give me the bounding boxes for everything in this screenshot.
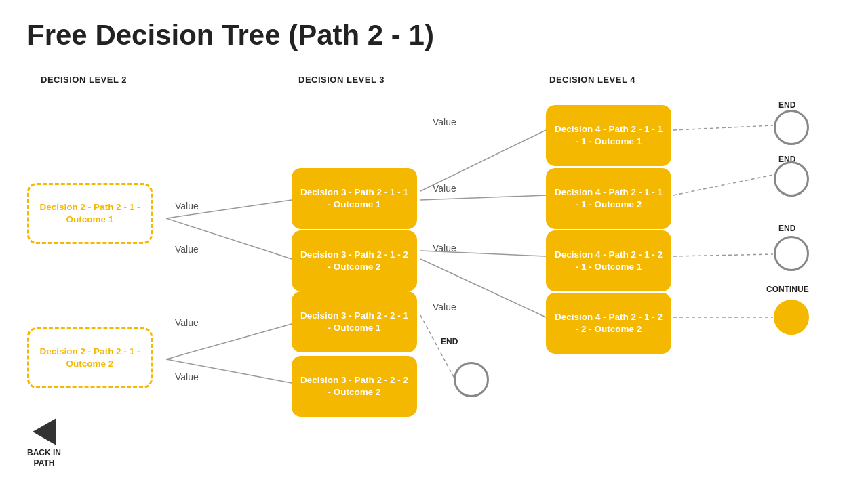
node-d4-4[interactable]: Decision 4 - Path 2 - 1 - 2 - 2 - Outcom… <box>546 293 671 354</box>
back-label: BACK INPATH <box>27 448 61 469</box>
value-label-1: Value <box>175 201 199 211</box>
end-circle-2 <box>774 161 809 197</box>
node-d4-3[interactable]: Decision 4 - Path 2 - 1 - 2 - 1 - Outcom… <box>546 230 671 291</box>
back-in-path-button[interactable]: BACK INPATH <box>27 418 61 469</box>
value-label-7: Value <box>433 243 456 253</box>
end-label-3: END <box>778 224 795 233</box>
node-d3-4[interactable]: Decision 3 - Path 2 - 2 - 2 - Outcome 2 <box>292 356 417 417</box>
node-d4-2[interactable]: Decision 4 - Path 2 - 1 - 1 - 1 - Outcom… <box>546 168 671 229</box>
value-label-6: Value <box>433 183 456 194</box>
level-3-label: DECISION LEVEL 3 <box>298 75 384 85</box>
node-d3-1[interactable]: Decision 3 - Path 2 - 1 - 1 - Outcome 1 <box>292 168 417 229</box>
end-circle-d3-4 <box>454 362 489 397</box>
value-label-8: Value <box>433 302 456 312</box>
value-label-5: Value <box>433 117 456 127</box>
node-d3-3[interactable]: Decision 3 - Path 2 - 2 - 1 - Outcome 1 <box>292 291 417 352</box>
level-2-label: DECISION LEVEL 2 <box>41 75 127 85</box>
continue-label: CONTINUE <box>766 285 809 294</box>
node-d4-1[interactable]: Decision 4 - Path 2 - 1 - 1 - 1 - Outcom… <box>546 105 671 166</box>
end-label-d3-4: END <box>441 337 458 346</box>
level-4-label: DECISION LEVEL 4 <box>549 75 635 85</box>
svg-line-11 <box>673 254 773 256</box>
value-label-4: Value <box>175 371 199 382</box>
value-label-2: Value <box>175 244 199 255</box>
svg-line-5 <box>420 195 546 200</box>
value-label-3: Value <box>175 317 199 328</box>
page-title: Free Decision Tree (Path 2 - 1) <box>27 19 434 52</box>
node-d2-1[interactable]: Decision 2 - Path 2 - 1 - Outcome 1 <box>27 183 153 244</box>
svg-line-9 <box>673 125 773 130</box>
svg-line-10 <box>673 175 773 195</box>
continue-circle <box>774 300 809 335</box>
node-d3-2[interactable]: Decision 3 - Path 2 - 1 - 2 - Outcome 2 <box>292 230 417 291</box>
svg-line-8 <box>420 315 454 378</box>
end-circle-1 <box>774 110 809 145</box>
svg-line-2 <box>166 324 292 359</box>
svg-line-4 <box>420 130 546 191</box>
back-triangle-icon <box>33 418 56 445</box>
end-label-1: END <box>778 100 795 110</box>
end-circle-3 <box>774 236 809 271</box>
node-d2-2[interactable]: Decision 2 - Path 2 - 1 - Outcome 2 <box>27 327 153 388</box>
